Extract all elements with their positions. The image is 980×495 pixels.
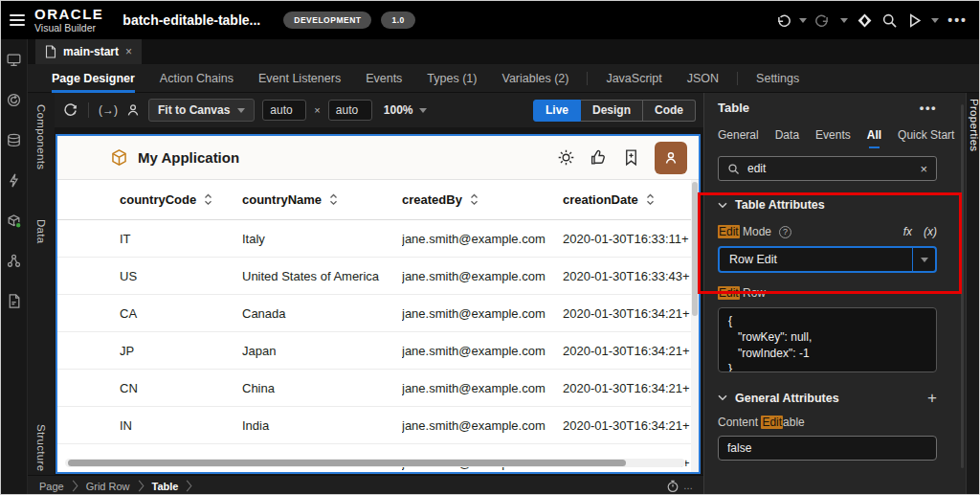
table-attributes-section-header[interactable]: Table Attributes (718, 198, 937, 212)
horizontal-scrollbar[interactable] (65, 459, 685, 467)
property-search-input[interactable] (747, 162, 912, 175)
chevron-right-icon (186, 480, 192, 492)
chevron-down-icon (237, 108, 245, 113)
chevron-down-icon[interactable] (912, 248, 935, 271)
add-attribute-icon[interactable]: + (927, 390, 937, 406)
panel-menu-icon[interactable]: ••• (920, 101, 937, 115)
thumbs-up-icon[interactable] (590, 148, 608, 167)
table-row[interactable]: CACanadajane.smith@example.com2020-01-30… (57, 295, 699, 332)
panel-scrollbar[interactable] (961, 104, 964, 468)
version-badge: 1.0 (381, 11, 414, 29)
tab-settings[interactable]: Settings (756, 64, 799, 93)
undo-icon[interactable] (774, 12, 791, 29)
drawer-tab-structure[interactable]: Structure (35, 424, 47, 471)
sort-icon[interactable] (204, 193, 212, 206)
undo-menu-caret[interactable] (799, 18, 807, 23)
left-drawer-tabs: Components Data Structure (28, 93, 55, 475)
search-icon[interactable] (881, 12, 898, 29)
more-actions-icon[interactable]: ••• (947, 12, 968, 28)
table-row[interactable]: ITItalyjane.smith@example.com2020-01-30T… (57, 220, 699, 258)
table-row[interactable]: JPJapanjane.smith@example.com2020-01-30T… (57, 332, 699, 370)
zoom-dropdown[interactable]: 100% (384, 103, 427, 117)
fit-to-canvas-dropdown[interactable]: Fit to Canvas (148, 99, 255, 122)
stopwatch-icon[interactable] (666, 479, 679, 493)
source-files-icon[interactable] (6, 292, 23, 309)
column-header-countryname[interactable]: countryName (242, 192, 402, 207)
sort-icon[interactable] (646, 193, 655, 206)
breadcrumb-table[interactable]: Table (152, 481, 179, 492)
document-icon (45, 45, 56, 58)
vertical-scrollbar[interactable] (691, 180, 699, 472)
tab-javascript[interactable]: JavaScript (606, 64, 661, 93)
tab-main-start[interactable]: main-start (35, 39, 142, 64)
breadcrumb-page[interactable]: Page (39, 481, 64, 492)
tab-json[interactable]: JSON (687, 64, 719, 93)
panel-tab-all[interactable]: All (867, 128, 881, 148)
services-icon[interactable] (6, 91, 23, 108)
properties-side-tab[interactable]: Properties (966, 93, 980, 495)
components-package-icon[interactable] (6, 212, 23, 229)
scrollbar-thumb[interactable] (68, 460, 626, 466)
panel-tab-general[interactable]: General (718, 128, 759, 148)
expression-fx-icon[interactable]: fx (903, 225, 912, 238)
run-menu-caret[interactable] (931, 18, 939, 23)
mode-code-button[interactable]: Code (643, 100, 696, 122)
redo-menu-caret[interactable] (840, 18, 848, 23)
drawer-tab-data[interactable]: Data (35, 219, 47, 244)
business-objects-icon[interactable] (6, 131, 23, 148)
mode-switcher: Live Design Code (533, 100, 696, 122)
table-row[interactable]: USUnited States of Americajane.smith@exa… (57, 258, 699, 295)
edit-mode-select[interactable]: Row Edit (718, 246, 937, 273)
breadcrumb-grid-row[interactable]: Grid Row (86, 481, 130, 492)
property-search[interactable] (718, 156, 937, 181)
drawer-tab-components[interactable]: Components (35, 104, 47, 169)
hamburger-menu-icon[interactable] (10, 14, 25, 26)
close-tab-icon[interactable] (125, 45, 132, 58)
column-header-countrycode[interactable]: countryCode (120, 192, 242, 207)
general-attributes-section-header[interactable]: General Attributes + (718, 390, 937, 406)
publish-diamond-icon[interactable] (857, 12, 873, 29)
redo-icon[interactable] (815, 12, 832, 29)
tab-events[interactable]: Events (366, 64, 402, 93)
content-editable-input[interactable] (718, 436, 937, 461)
column-header-creationdate[interactable]: creationDate (563, 192, 699, 207)
canvas-width-input[interactable] (262, 100, 306, 121)
tab-page-designer[interactable]: Page Designer (52, 64, 135, 93)
panel-tab-events[interactable]: Events (815, 128, 851, 148)
table-row[interactable]: CNChinajane.smith@example.com2020-01-30T… (57, 370, 699, 407)
resize-canvas-icon[interactable]: (→) (99, 103, 118, 117)
gear-icon[interactable] (557, 148, 575, 167)
panel-tab-quick-start[interactable]: Quick Start (898, 128, 954, 148)
actions-icon[interactable] (6, 171, 23, 189)
variable-x-icon[interactable]: (x) (924, 225, 937, 238)
tab-action-chains[interactable]: Action Chains (160, 64, 234, 93)
tab-label: main-start (63, 45, 119, 58)
page-nav-tabs: Page Designer Action Chains Event Listen… (28, 64, 980, 93)
sort-icon[interactable] (470, 193, 479, 206)
table-row[interactable]: INIndiajane.smith@example.com2020-01-30T… (57, 407, 699, 444)
processes-icon[interactable] (6, 252, 23, 269)
column-header-createdby[interactable]: createdBy (402, 192, 563, 207)
sort-icon[interactable] (329, 193, 338, 206)
mode-design-button[interactable]: Design (581, 100, 643, 122)
scrollbar-thumb[interactable] (692, 182, 698, 316)
avatar[interactable] (655, 142, 687, 174)
selected-table-frame[interactable]: My Application (56, 134, 701, 474)
help-icon[interactable] (779, 226, 791, 238)
app-uis-icon[interactable] (6, 51, 23, 68)
bookmark-add-icon[interactable] (622, 148, 640, 167)
run-icon[interactable] (906, 12, 923, 29)
mode-live-button[interactable]: Live (533, 100, 581, 122)
tab-types[interactable]: Types (1) (427, 64, 477, 93)
search-highlight: Edit (718, 225, 740, 238)
canvas-height-input[interactable] (328, 100, 372, 121)
panel-tab-data[interactable]: Data (775, 128, 799, 148)
persona-icon[interactable] (125, 102, 141, 118)
tab-event-listeners[interactable]: Event Listeners (258, 64, 341, 93)
edit-row-json-editor[interactable]: { "rowKey": null, "rowIndex": -1 } (718, 307, 937, 372)
refresh-icon[interactable] (62, 102, 78, 119)
oracle-logo: ORACLE Visual Builder (34, 7, 103, 34)
clear-search-icon[interactable] (920, 162, 927, 176)
tab-variables[interactable]: Variables (2) (501, 64, 568, 93)
properties-panel: Table ••• General Data Events All Quick … (703, 93, 966, 495)
